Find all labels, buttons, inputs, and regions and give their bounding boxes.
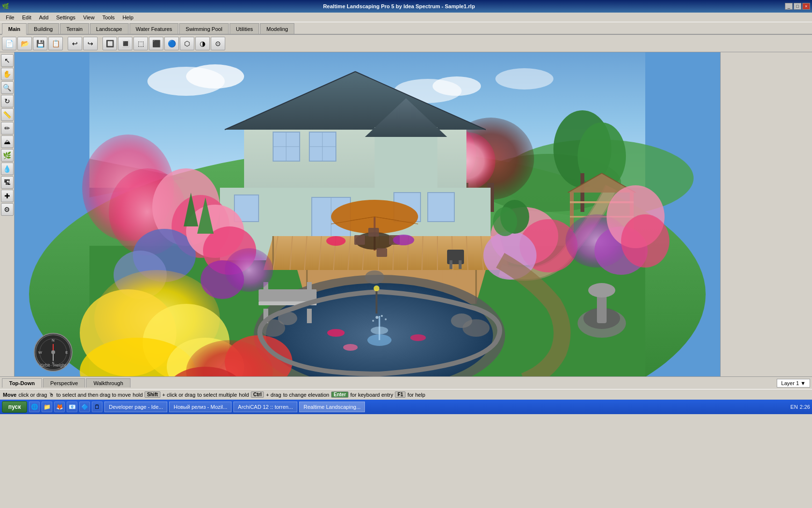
saveas-button[interactable]: 📋	[48, 37, 63, 50]
taskbar-icon-5[interactable]: 🔷	[79, 402, 90, 412]
tab-swimming-pool[interactable]: Swimming Pool	[179, 23, 229, 34]
view-btn-1[interactable]: 🔲	[102, 37, 117, 50]
svg-point-98	[376, 316, 378, 319]
view-btn-5[interactable]: 🔵	[164, 37, 179, 50]
status-desc1: click or drag	[18, 392, 47, 398]
undo-button[interactable]: ↩	[68, 37, 82, 50]
svg-point-108	[588, 283, 615, 298]
view-btn-7[interactable]: ◑	[195, 37, 210, 50]
maximize-button[interactable]: □	[794, 3, 801, 10]
svg-rect-80	[368, 228, 379, 237]
svg-point-97	[371, 327, 388, 334]
menu-view[interactable]: View	[79, 14, 99, 21]
taskbar-icon-1[interactable]: 🌐	[29, 402, 40, 412]
svg-point-140	[201, 260, 244, 299]
view-btn-6[interactable]: ⬡	[180, 37, 194, 50]
menu-edit[interactable]: Edit	[18, 14, 35, 21]
taskbar-icon-6[interactable]: 🗒	[92, 402, 102, 412]
tool-terrain[interactable]: ⛰	[1, 135, 14, 148]
taskbar-app-4[interactable]: Realtime Landscaping...	[299, 402, 365, 412]
view-tabs: Top-Down Perspective Walkthrough Layer 1…	[0, 376, 812, 389]
tab-topdown[interactable]: Top-Down	[2, 378, 42, 388]
view-btn-8[interactable]: ⊙	[211, 37, 225, 50]
tab-building[interactable]: Building	[28, 23, 59, 34]
mouse-icon: 🖱	[49, 392, 54, 398]
start-button[interactable]: пуск	[2, 401, 27, 413]
tab-bar: Main Building Terrain Landscape Water Fe…	[0, 22, 812, 35]
svg-point-149	[493, 207, 517, 236]
svg-point-153	[374, 285, 379, 291]
taskbar-icon-3[interactable]: 🦊	[54, 402, 65, 412]
tool-rotate[interactable]: ↻	[1, 95, 14, 107]
orbit-label: Orbit	[40, 363, 50, 368]
taskbar-app-3[interactable]: ArchiCAD 12 :: torren...	[233, 402, 297, 412]
taskbar-app-2-label: Новый релиз - Mozil...	[174, 404, 227, 410]
view-btn-2[interactable]: 🔳	[118, 37, 132, 50]
close-button[interactable]: ×	[802, 3, 810, 10]
tab-utilities[interactable]: Utilities	[230, 23, 259, 34]
status-desc5: + drag	[266, 392, 281, 398]
svg-text:E: E	[65, 350, 68, 355]
taskbar-icon-2[interactable]: 📁	[42, 402, 52, 412]
tool-zoom[interactable]: 🔍	[1, 81, 14, 94]
menu-tools[interactable]: Tools	[99, 14, 119, 21]
window-title: Realtime Landscaping Pro 5 by Idea Spect…	[321, 3, 475, 9]
tool-draw[interactable]: ✏	[1, 122, 14, 134]
minimize-button[interactable]: _	[785, 3, 793, 10]
svg-point-101	[385, 318, 387, 320]
svg-point-2	[186, 64, 244, 89]
svg-point-5	[495, 68, 553, 90]
tool-move[interactable]: ✚	[1, 190, 14, 202]
compass-widget[interactable]: N S W E Orbit Height	[34, 333, 72, 372]
taskbar-icon-4[interactable]: 📧	[67, 402, 77, 412]
new-button[interactable]: 📄	[2, 37, 16, 50]
svg-rect-152	[376, 289, 377, 314]
svg-text:N: N	[52, 338, 55, 343]
menu-help[interactable]: Help	[118, 14, 137, 21]
language-indicator: EN	[790, 404, 798, 410]
svg-rect-122	[307, 282, 312, 297]
toolbar: 📄 📂 💾 📋 ↩ ↪ 🔲 🔳 ⬚ ⬛ 🔵 ⬡ ◑ ⊙	[0, 35, 812, 52]
menu-file[interactable]: File	[2, 14, 18, 21]
taskbar: пуск 🌐 📁 🦊 📧 🔷 🗒 Developer page - Ide...…	[0, 400, 812, 414]
tool-select[interactable]: ↖	[1, 54, 14, 67]
tool-structure[interactable]: 🏗	[1, 176, 14, 189]
app-icon: 🌿	[2, 3, 9, 10]
viewport[interactable]: N S W E Orbit Height	[14, 52, 720, 376]
tab-main[interactable]: Main	[2, 23, 27, 35]
menu-add[interactable]: Add	[35, 14, 53, 21]
tool-water[interactable]: 💧	[1, 163, 14, 175]
shift-key: Shift	[145, 391, 160, 398]
taskbar-app-2[interactable]: Новый релиз - Mozil...	[169, 402, 232, 412]
tool-pan[interactable]: ✋	[1, 68, 14, 80]
svg-rect-81	[377, 248, 387, 257]
view-btn-3[interactable]: ⬚	[133, 37, 148, 50]
svg-point-104	[410, 334, 426, 341]
taskbar-app-1[interactable]: Developer page - Ide...	[104, 402, 167, 412]
open-button[interactable]: 📂	[17, 37, 32, 50]
save-button[interactable]: 💾	[33, 37, 47, 50]
status-desc3: + click or drag	[162, 392, 196, 398]
status-desc7: for keyboard entry	[350, 392, 393, 398]
svg-rect-34	[428, 193, 454, 222]
tab-landscape[interactable]: Landscape	[90, 23, 129, 34]
taskbar-clock: 2:26	[800, 404, 810, 410]
tool-settings[interactable]: ⚙	[1, 203, 14, 216]
tab-water-features[interactable]: Water Features	[130, 23, 178, 34]
tab-perspective[interactable]: Perspective	[43, 378, 85, 388]
svg-point-93	[365, 270, 384, 284]
svg-point-102	[327, 329, 345, 337]
tab-modeling[interactable]: Modeling	[260, 23, 294, 34]
view-btn-4[interactable]: ⬛	[149, 37, 163, 50]
tab-walkthrough[interactable]: Walkthrough	[86, 378, 130, 388]
layer-indicator[interactable]: Layer 1 ▼	[777, 379, 810, 388]
svg-rect-78	[354, 235, 365, 245]
tab-terrain[interactable]: Terrain	[60, 23, 89, 34]
tool-plant[interactable]: 🌿	[1, 149, 14, 162]
redo-button[interactable]: ↪	[83, 37, 98, 50]
menu-settings[interactable]: Settings	[52, 14, 79, 21]
svg-point-4	[433, 76, 481, 96]
enter-key: Enter	[331, 391, 348, 398]
window-controls[interactable]: _ □ ×	[785, 3, 810, 10]
tool-measure[interactable]: 📏	[1, 108, 14, 121]
